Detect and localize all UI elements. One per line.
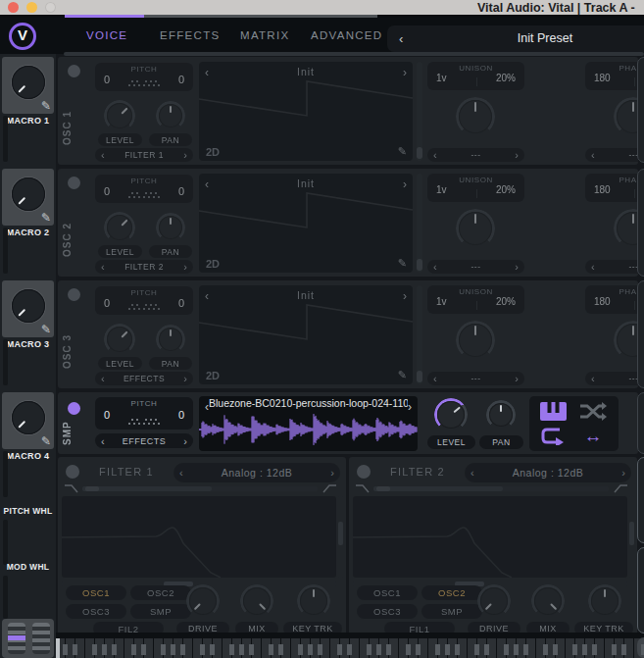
piano-key-sharp[interactable] [278,644,283,655]
sample-name[interactable]: Bluezone-BC0210-percussion-loop-024-110 [209,397,408,409]
osc-level-knob[interactable] [104,212,135,243]
osc-pan-knob[interactable] [156,325,185,354]
pencil-icon[interactable]: ✎ [398,369,407,381]
osc-level-knob[interactable] [104,324,135,355]
filter-input-osc3-button[interactable]: OSC3 [66,604,126,619]
filter-mix-knob[interactable] [531,584,565,618]
wavetable-display[interactable]: ‹ Init › 2D ✎ [199,174,413,273]
macro-1-knob[interactable] [12,66,45,99]
piano-key-sharp[interactable] [200,644,205,655]
view-mode-toggle[interactable]: 2D [206,258,220,270]
chevron-left-icon[interactable]: ‹ [591,149,595,161]
pencil-icon[interactable]: ✎ [398,257,407,270]
tab-matrix[interactable]: MATRIX [240,18,289,54]
titlebar[interactable]: Vital Audio: Vital | Track A - [0,0,644,15]
unison-box[interactable]: UNISON 1v 20% [427,62,524,90]
unison-spread-selector[interactable]: ‹ --- › [427,372,524,385]
sampler-level-knob[interactable] [434,398,468,431]
phase-spread-selector[interactable]: ‹ --- › [585,148,644,162]
unison-detune-value[interactable]: 20% [496,73,516,83]
osc-pan-knob[interactable] [156,213,185,242]
piano-key-sharp[interactable] [318,644,322,655]
filter-drive-knob[interactable] [186,584,220,618]
piano-key-sharp[interactable] [543,644,548,655]
piano-key-sharp[interactable] [406,644,411,655]
wave-frame-slider[interactable] [417,174,422,273]
piano-key-sharp[interactable] [474,644,479,655]
piano-key-sharp[interactable] [161,644,166,655]
random-phase-shuffle-icon[interactable] [579,402,607,421]
filter-input-osc2-button[interactable]: OSC2 [421,585,482,600]
piano-key-sharp[interactable] [572,644,577,655]
pitch-box[interactable]: PITCH 0 0 [95,63,193,91]
filter-power-button[interactable] [357,465,371,479]
chevron-right-icon[interactable]: › [515,149,519,161]
minimize-window-button[interactable] [26,2,37,13]
pencil-icon[interactable]: ✎ [41,323,51,336]
filter-input-osc2-button[interactable]: OSC2 [130,585,191,600]
previous-sample-button[interactable]: ‹ [205,400,209,414]
unison-spread-selector[interactable]: ‹ --- › [427,148,524,162]
chevron-right-icon[interactable]: › [183,149,187,161]
chevron-right-icon[interactable]: › [515,373,519,384]
osc-power-button[interactable] [68,177,80,189]
unison-detune-knob[interactable] [456,321,495,360]
piano-key-sharp[interactable] [102,644,107,655]
piano-key-sharp[interactable] [141,644,146,655]
piano-key-sharp[interactable] [435,644,440,655]
vital-logo-icon[interactable]: V [9,23,36,50]
piano-keyboard[interactable] [56,638,644,658]
sampler-routing-selector[interactable]: ‹ EFFECTS › [95,433,193,448]
piano-key-sharp[interactable] [171,644,175,655]
phase-value[interactable]: 180 [594,296,611,307]
osc-routing-selector[interactable]: ‹ FILTER 2 › [95,260,193,274]
macro-1-knob-area[interactable]: ✎ [2,57,54,114]
piano-key-sharp[interactable] [298,644,303,655]
sample-display[interactable]: ‹ Bluezone-BC0210-percussion-loop-024-11… [199,396,418,451]
piano-key-sharp[interactable] [92,644,97,655]
preset-name[interactable]: Init Preset [387,25,644,52]
phase-spread-selector[interactable]: ‹ --- › [585,372,644,385]
sampler-pan-knob[interactable] [486,400,516,430]
piano-key-sharp[interactable] [504,644,509,655]
filter-model-selector[interactable]: ‹ Analog : 12dB › [173,463,340,482]
zoom-window-button[interactable] [45,2,56,13]
pitch-box[interactable]: PITCH 0 0 [95,286,193,315]
filter-input-osc1-button[interactable]: OSC1 [357,585,418,600]
filter-input-smp-button[interactable]: SMP [130,604,191,619]
mod-wheel[interactable] [32,623,50,654]
phase-spread-selector[interactable]: ‹ --- › [585,260,644,274]
piano-key-sharp[interactable] [612,644,617,655]
chevron-right-icon[interactable]: › [515,261,519,273]
filter-power-button[interactable] [66,465,79,479]
unison-voices-value[interactable]: 1v [436,296,447,307]
unison-box[interactable]: UNISON 1v 20% [427,174,524,202]
piano-key-sharp[interactable] [249,644,254,655]
filter-response-display[interactable] [353,496,627,578]
piano-key-sharp[interactable] [416,644,421,655]
filter-keytrack-knob[interactable] [297,584,330,618]
phase-value[interactable]: 180 [594,184,611,195]
close-window-button[interactable] [8,2,19,13]
phase-value[interactable]: 180 [594,73,611,83]
unison-detune-value[interactable]: 20% [496,296,516,307]
piano-key-sharp[interactable] [484,644,489,655]
chevron-left-icon[interactable]: ‹ [179,467,183,479]
piano-key-sharp[interactable] [455,644,460,655]
filter-mix-knob[interactable] [240,584,273,618]
chevron-left-icon[interactable]: ‹ [101,149,105,161]
view-mode-toggle[interactable]: 2D [206,370,220,381]
loop-icon[interactable] [540,427,567,445]
wave-frame-slider[interactable] [417,285,422,384]
macro-2-knob-area[interactable]: ✎ [2,169,54,226]
unison-detune-knob[interactable] [456,97,495,136]
piano-key-sharp[interactable] [445,644,450,655]
unison-detune-value[interactable]: 20% [496,184,516,195]
osc-routing-selector[interactable]: ‹ EFFECTS › [95,372,193,385]
routing-value[interactable]: EFFECTS [123,436,167,446]
pencil-icon[interactable]: ✎ [41,211,51,225]
piano-key-sharp[interactable] [308,644,313,655]
chevron-left-icon[interactable]: ‹ [591,261,595,273]
view-mode-toggle[interactable]: 2D [206,146,220,158]
piano-key-sharp[interactable] [367,644,372,655]
